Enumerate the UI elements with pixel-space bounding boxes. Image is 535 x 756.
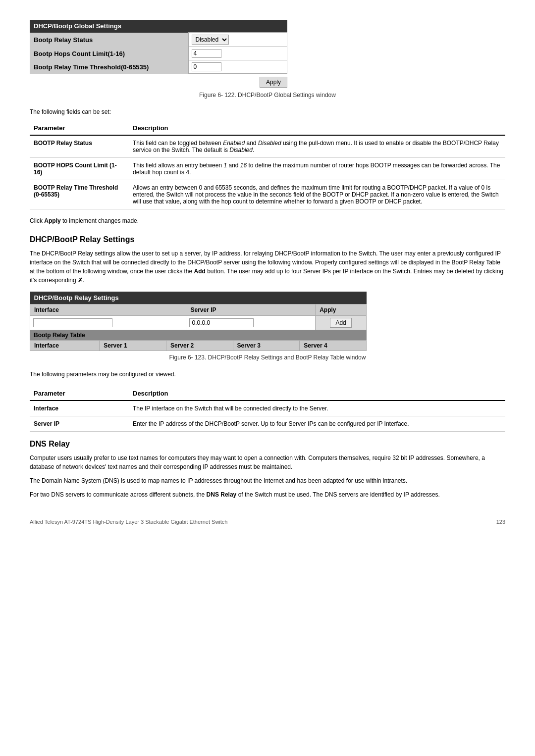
- relay-col-server4: Server 4: [300, 341, 367, 351]
- desc2-col-header: Description: [129, 388, 505, 401]
- page-footer: Allied Telesyn AT-9724TS High-Density La…: [30, 519, 505, 525]
- relay-settings-table: DHCP/Bootp Relay Settings Interface Serv…: [30, 292, 367, 330]
- click-note: Click Apply to implement changes made.: [30, 217, 505, 224]
- bootp-relay-status-select[interactable]: Disabled Enabled: [192, 35, 229, 45]
- desc-col-header: Description: [129, 122, 505, 135]
- interface-col-header: Interface: [30, 304, 186, 316]
- dns-para-2: The Domain Name System (DNS) is used to …: [30, 476, 505, 485]
- param-col-header: Parameter: [30, 122, 129, 135]
- param-table-1: Parameter Description BOOTP Relay Status…: [30, 122, 505, 209]
- param-desc-1: This field can be toggled between Enable…: [129, 135, 505, 158]
- server-ip-col-header: Server IP: [186, 304, 316, 316]
- relay-col-server2: Server 2: [166, 341, 233, 351]
- interface-input[interactable]: [33, 318, 112, 327]
- footer-right: 123: [496, 519, 505, 525]
- bootp-relay-table: Interface Server 1 Server 2 Server 3 Ser…: [30, 340, 367, 351]
- bootp-time-value[interactable]: [188, 60, 287, 74]
- footer-left: Allied Telesyn AT-9724TS High-Density La…: [30, 519, 227, 525]
- table-row: Server IP Enter the IP address of the DH…: [30, 416, 505, 432]
- param-name-2: BOOTP HOPS Count Limit (1-16): [30, 158, 129, 180]
- global-settings-table: DHCP/Bootp Global Settings Bootp Relay S…: [30, 20, 287, 74]
- bootp-relay-status-label: Bootp Relay Status: [30, 33, 188, 47]
- relay-settings-title: DHCP/Bootp Relay Settings: [30, 292, 367, 304]
- dns-section-heading: DNS Relay: [30, 440, 505, 449]
- interface-input-cell[interactable]: [30, 316, 186, 330]
- param2-desc-2: Enter the IP address of the DHCP/BootP s…: [129, 416, 505, 432]
- apply-col-header: Apply: [316, 304, 367, 316]
- relay-section-heading: DHCP/BootP Relay Settings: [30, 235, 505, 244]
- global-settings-title: DHCP/Bootp Global Settings: [30, 20, 287, 33]
- table-row: BOOTP HOPS Count Limit (1-16) This field…: [30, 158, 505, 180]
- param-desc-2: This field allows an entry between 1 and…: [129, 158, 505, 180]
- server-ip-input[interactable]: [189, 318, 254, 327]
- param2-name-2: Server IP: [30, 416, 129, 432]
- figure-122-caption: Figure 6- 122. DHCP/BootP Global Setting…: [30, 92, 505, 99]
- bootp-hops-label: Bootp Hops Count Limit(1-16): [30, 47, 188, 60]
- param-table-2: Parameter Description Interface The IP i…: [30, 388, 505, 432]
- field-note: The following fields can be set:: [30, 108, 505, 115]
- bootp-time-label: Bootp Relay Time Threshold(0-65535): [30, 60, 188, 74]
- bootp-relay-status-value[interactable]: Disabled Enabled: [188, 33, 287, 47]
- bootp-hops-value[interactable]: [188, 47, 287, 60]
- bootp-relay-table-label: Bootp Relay Table: [30, 330, 367, 340]
- relay-col-server3: Server 3: [233, 341, 300, 351]
- bootp-hops-input[interactable]: [192, 49, 221, 58]
- table-row: BOOTP Relay Time Threshold (0-65535) All…: [30, 180, 505, 209]
- relay-col-server1: Server 1: [100, 341, 166, 351]
- table-row: BOOTP Relay Status This field can be tog…: [30, 135, 505, 158]
- table-row: Interface The IP interface on the Switch…: [30, 401, 505, 416]
- param-note: The following parameters may be configur…: [30, 371, 505, 378]
- add-button-cell[interactable]: Add: [316, 316, 367, 330]
- param-name-3: BOOTP Relay Time Threshold (0-65535): [30, 180, 129, 209]
- global-apply-button[interactable]: Apply: [260, 77, 287, 88]
- dns-para-1: Computer users usually prefer to use tex…: [30, 454, 505, 471]
- global-apply-row: Apply: [30, 77, 287, 88]
- param-desc-3: Allows an entry between 0 and 65535 seco…: [129, 180, 505, 209]
- figure-123-caption: Figure 6- 123. DHCP/BootP Relay Settings…: [30, 354, 505, 361]
- bootp-time-input[interactable]: [192, 62, 221, 71]
- relay-col-interface: Interface: [30, 341, 100, 351]
- bootp-relay-table-outer: Bootp Relay Table Interface Server 1 Ser…: [30, 330, 367, 351]
- param2-desc-1: The IP interface on the Switch that will…: [129, 401, 505, 416]
- param2-col-header: Parameter: [30, 388, 129, 401]
- add-button[interactable]: Add: [330, 318, 351, 328]
- dns-para-3: For two DNS servers to communicate acros…: [30, 490, 505, 499]
- server-ip-input-cell[interactable]: [186, 316, 316, 330]
- relay-section-desc: The DHCP/BootP Relay settings allow the …: [30, 249, 505, 285]
- param-name-1: BOOTP Relay Status: [30, 135, 129, 158]
- param2-name-1: Interface: [30, 401, 129, 416]
